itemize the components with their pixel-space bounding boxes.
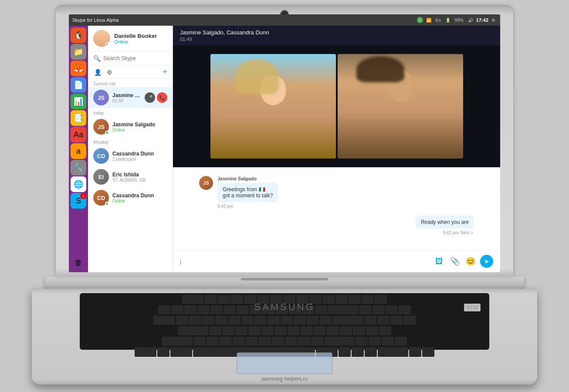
image-attach-button[interactable]: 🖼 <box>433 255 445 267</box>
search-bar[interactable]: 🔍 <box>88 51 173 66</box>
key-d <box>235 326 247 336</box>
call-header: Jasmine Salgado, Cassandra Dunn 01:49 <box>173 26 500 45</box>
key-f <box>248 326 261 336</box>
current-call-item[interactable]: JS Jasmine Salgado, Ca... 01:49 🎤 📞 <box>88 87 173 108</box>
send-button[interactable]: ➤ <box>480 255 493 268</box>
key-f12 <box>349 295 361 304</box>
key-ctrl-l <box>135 347 156 357</box>
key-b <box>246 337 258 346</box>
key-enter <box>333 316 363 325</box>
taskbar: Skype for Linux Alpha 📶 En 🔋 99% 🔊 17:42… <box>69 14 500 26</box>
key-y <box>241 316 254 325</box>
key-1 <box>171 305 183 315</box>
trash-icon[interactable]: 🗑 <box>71 255 86 270</box>
message-input[interactable] <box>180 258 429 265</box>
chat-item-cassandra2[interactable]: CD Cassandra Dunn Online <box>88 187 173 208</box>
document-icon[interactable]: 📄 <box>71 77 86 93</box>
user-info: Danielle Booker Online <box>114 33 157 44</box>
call-participant-names: Jasmine Salgado, Cassandra Dunn <box>180 29 493 36</box>
search-input[interactable] <box>103 55 167 61</box>
key-row-3 <box>81 316 488 325</box>
key-tab <box>153 316 175 325</box>
file-attach-button[interactable]: 📎 <box>449 255 461 267</box>
hinge <box>241 278 328 280</box>
key-m <box>272 337 284 346</box>
skype-dock-icon[interactable]: S 1 <box>71 193 86 209</box>
key-numlock <box>359 305 372 315</box>
key-del <box>362 295 374 304</box>
key-nummul <box>386 305 398 315</box>
key-num3 <box>395 337 407 346</box>
touchpad[interactable] <box>237 352 332 374</box>
chat-messages: JS Jasmine Salgado Greetings from 🇮🇹got … <box>173 167 500 250</box>
key-numdiv <box>373 305 385 315</box>
samsung-model: R730 <box>464 304 481 311</box>
key-quote <box>340 326 352 336</box>
current-call-avatar: JS <box>93 90 109 105</box>
key-numdot <box>409 347 421 357</box>
slides-icon[interactable]: 📑 <box>71 110 86 126</box>
key-num0 <box>378 347 408 357</box>
sent-status-text: Sent ✓ <box>461 230 474 235</box>
cassandra1-avatar: CD <box>93 148 109 164</box>
files-icon[interactable]: 📁 <box>71 44 86 60</box>
settings-gear-icon[interactable]: ⚙ <box>490 18 497 23</box>
message-received: JS Jasmine Salgado Greetings from 🇮🇹got … <box>199 176 474 209</box>
key-equal <box>315 305 327 315</box>
key-r <box>215 316 227 325</box>
key-row-5 <box>81 337 488 346</box>
ubuntu-icon[interactable]: 🐧 <box>71 27 86 43</box>
key-period <box>298 337 310 346</box>
key-x <box>207 337 219 346</box>
hangup-button[interactable]: 📞 <box>157 92 167 103</box>
mute-button[interactable]: 🎤 <box>145 92 155 103</box>
skype-badge: 1 <box>80 193 86 199</box>
key-f1 <box>205 295 217 304</box>
key-4 <box>210 305 223 315</box>
key-w <box>189 316 201 325</box>
chrome-icon[interactable]: 🌐 <box>71 176 86 192</box>
laptop-base-hinge <box>45 277 524 289</box>
system-settings-icon[interactable]: 🔧 <box>71 160 86 176</box>
key-bracket-l <box>307 316 319 325</box>
text-editor-icon[interactable]: Aa <box>71 127 86 142</box>
msg-bubble-1: Greetings from 🇮🇹got a moment to talk? <box>217 183 278 202</box>
cassandra2-name: Cassandra Dunn <box>112 193 167 199</box>
amazon-icon[interactable]: a <box>71 143 86 159</box>
key-num5 <box>366 326 378 336</box>
key-num8 <box>377 316 389 325</box>
chat-input-actions: 🖼 📎 😊 ➤ <box>433 255 493 268</box>
key-num9 <box>390 316 403 325</box>
system-time: 17:42 <box>476 17 488 23</box>
key-up <box>356 337 368 346</box>
chat-item-cassandra1[interactable]: CD Cassandra Dunn 1 participant <box>88 145 173 166</box>
emoji-button[interactable]: 😊 <box>464 255 477 267</box>
key-right <box>365 347 377 357</box>
key-i <box>268 316 280 325</box>
current-call-info: Jasmine Salgado, Ca... 01:49 <box>112 92 141 103</box>
key-k <box>301 326 313 336</box>
key-t <box>228 316 240 325</box>
chat-item-eric[interactable]: EI Eric Ishida ST. ALBANS, GB <box>88 166 173 187</box>
key-backspace <box>328 305 359 315</box>
key-num7 <box>364 316 376 325</box>
current-call-label: Current call <box>88 79 173 87</box>
contacts-icon[interactable]: 👤 <box>93 68 102 77</box>
today-label: today <box>88 108 173 116</box>
settings-icon[interactable]: ⚙ <box>106 68 113 77</box>
key-n <box>259 337 271 346</box>
add-contact-button[interactable]: + <box>163 68 167 77</box>
key-semicolon <box>327 326 339 336</box>
key-num4 <box>353 326 365 336</box>
search-icon: 🔍 <box>93 55 101 62</box>
spreadsheet-icon[interactable]: 📊 <box>71 94 86 109</box>
firefox-icon[interactable]: 🦊 <box>71 61 86 76</box>
key-g <box>261 326 274 336</box>
msg-jasmine-avatar: JS <box>199 176 213 190</box>
key-3 <box>197 305 210 315</box>
video-frame-person1 <box>210 54 336 159</box>
user-header: Danielle Booker Online <box>88 26 173 51</box>
chat-item-jasmine[interactable]: JS Jasmine Salgado Online <box>88 116 173 137</box>
cassandra2-info: Cassandra Dunn Online <box>112 193 167 203</box>
monday-label: Monday <box>88 137 173 145</box>
